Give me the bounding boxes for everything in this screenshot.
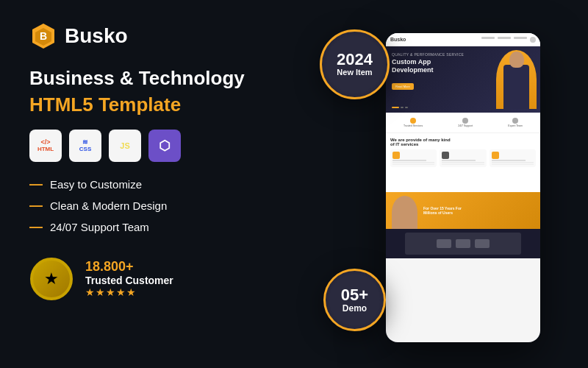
tech-badges: </> HTML ≋ CSS JS ⬡ — [29, 130, 309, 162]
stars: ★★★★★ — [85, 286, 173, 298]
bottom-row: ★ 18.800+ Trusted Customer ★★★★★ — [29, 257, 309, 301]
mini-image-section: For Over 15 Years ForMillions of Users — [386, 192, 540, 229]
mini-nav: Busko — [386, 33, 540, 46]
mini-nav-links — [481, 37, 536, 43]
trusted-number: 18.800+ — [85, 259, 173, 275]
mini-nav-logo: Busko — [390, 37, 406, 42]
features-list: — Easy to Customize — Clean & Modern Des… — [29, 177, 309, 241]
badge-demo-label: Demo — [343, 303, 367, 314]
mini-stats-bar: Trusted Services 24/7 Support Expert Tea… — [386, 113, 540, 133]
js-badge: JS — [109, 130, 141, 162]
award-badge: ★ — [29, 257, 74, 301]
trusted-info: 18.800+ Trusted Customer ★★★★★ — [85, 259, 173, 298]
mini-nav-link-1 — [481, 37, 495, 39]
logo-text: Busko — [65, 24, 128, 48]
badge-2024-number: 2024 — [337, 52, 373, 68]
mini-image-text: For Over 15 Years ForMillions of Users — [423, 206, 462, 216]
badge-demo-number: 05+ — [341, 287, 368, 303]
badge-2024: 2024 New Item — [320, 29, 390, 99]
left-panel: B Busko Business & Technology HTML5 Temp… — [0, 0, 338, 368]
award-circle: ★ — [30, 258, 73, 300]
trusted-label: Trusted Customer — [85, 275, 173, 286]
mini-stat-3: Expert Team — [508, 118, 523, 127]
phone-mockup: Busko QUALITY & PERFORMANCE SERVICE Cust… — [386, 33, 540, 342]
mini-service-items — [390, 149, 536, 167]
mini-image-title: For Over 15 Years ForMillions of Users — [423, 206, 462, 216]
mini-nav-link-3 — [514, 37, 527, 39]
mini-site: Busko QUALITY & PERFORMANCE SERVICE Cust… — [386, 33, 540, 342]
mini-image-person — [392, 196, 417, 229]
feature-item-3: — 24/07 Support Team — [29, 219, 309, 235]
mini-hero: QUALITY & PERFORMANCE SERVICE Custom App… — [386, 46, 540, 113]
mini-service-item-3 — [490, 149, 536, 167]
mini-services: We are provide of many kindof IT service… — [386, 133, 540, 192]
main-title-line1: Business & Technology — [29, 66, 309, 91]
logo-area: B Busko — [29, 22, 309, 50]
mini-stat-2: 24/7 Support — [458, 118, 473, 127]
mini-service-item-2 — [440, 149, 486, 167]
mini-nav-link-2 — [498, 37, 511, 39]
box-badge: ⬡ — [148, 130, 181, 162]
template-text: Template — [98, 93, 181, 116]
badge-2024-label: New Item — [337, 68, 372, 77]
feature-item-2: — Clean & Modern Design — [29, 198, 309, 213]
mini-footer-img — [405, 233, 521, 255]
mini-nav-search-icon — [530, 37, 536, 43]
html5-text: HTML5 — [29, 93, 93, 116]
css-badge: ≋ CSS — [69, 130, 101, 162]
mini-person-head — [509, 52, 524, 68]
html-badge: </> HTML — [29, 130, 62, 162]
mini-service-item-1 — [390, 149, 437, 167]
mini-hero-btn: Read More — [392, 83, 414, 90]
mini-hero-person — [496, 50, 537, 109]
svg-text:B: B — [40, 30, 47, 42]
logo-icon: B — [29, 22, 57, 50]
mini-footer-section — [386, 229, 540, 258]
mini-stat-1: Trusted Services — [404, 118, 423, 127]
right-panel: Busko QUALITY & PERFORMANCE SERVICE Cust… — [338, 0, 588, 368]
main-title-line2: HTML5 Template — [29, 93, 309, 116]
badge-demo: 05+ Demo — [323, 269, 386, 331]
feature-item-1: — Easy to Customize — [29, 177, 309, 192]
mini-services-title: We are provide of many kindof IT service… — [390, 138, 536, 146]
mini-person-body — [503, 65, 529, 109]
